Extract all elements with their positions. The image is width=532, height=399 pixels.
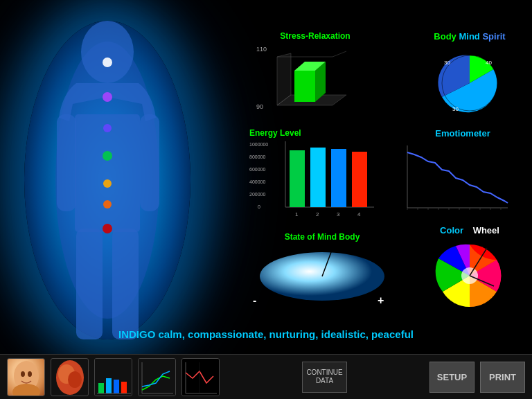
svg-text:3: 3: [337, 211, 340, 218]
colorwheel-left-label: Color: [440, 225, 463, 236]
aura-body: [7, 7, 208, 353]
setup-label: SETUP: [437, 372, 467, 382]
svg-rect-5: [76, 229, 103, 339]
svg-text:800000: 800000: [249, 154, 265, 159]
svg-point-13: [103, 224, 112, 233]
print-button[interactable]: PRINT: [480, 362, 525, 393]
svg-point-68: [68, 371, 82, 388]
svg-point-10: [103, 151, 112, 161]
state-of-mind-section: State of Mind Body - +: [246, 232, 398, 315]
svg-point-64: [28, 371, 32, 377]
svg-text:110: 110: [256, 46, 267, 53]
svg-text:90: 90: [256, 103, 263, 110]
svg-marker-20: [294, 71, 315, 102]
thumb-chart1[interactable]: [94, 358, 132, 396]
svg-point-63: [21, 371, 25, 377]
energy-level-section: Energy Level 1000000 800000 600000 40000…: [249, 128, 388, 229]
svg-line-19: [332, 51, 346, 57]
svg-text:-: -: [253, 294, 256, 306]
svg-rect-69: [98, 383, 104, 393]
chart2-svg: [139, 359, 176, 396]
svg-rect-38: [352, 152, 367, 207]
svg-text:1000000: 1000000: [249, 142, 268, 147]
svg-text:600000: 600000: [249, 167, 265, 172]
svg-text:0: 0: [258, 204, 260, 209]
svg-rect-4: [140, 114, 159, 211]
continue-data-button[interactable]: CONTINUEDATA: [302, 362, 347, 393]
svg-text:30: 30: [452, 106, 459, 112]
bms-title: Body Mind Spirit: [421, 31, 518, 42]
svg-point-12: [103, 200, 112, 209]
svg-text:4: 4: [357, 211, 361, 218]
svg-point-1: [81, 21, 134, 83]
svg-rect-6: [112, 229, 139, 339]
bms-body-label: Body: [434, 31, 459, 42]
stress-relaxation-section: Stress-Relaxation 110 90: [246, 31, 384, 121]
color-wheel-chart: [428, 238, 511, 314]
emotiometer-section: Emotiometer: [404, 128, 522, 229]
svg-text:2: 2: [316, 211, 319, 218]
svg-rect-3: [57, 114, 76, 211]
thumb-organ[interactable]: [51, 358, 89, 396]
thumb-chart2[interactable]: [138, 358, 176, 396]
graph-svg: [182, 359, 220, 396]
svg-rect-71: [114, 380, 119, 393]
bms-mind-label: Mind: [459, 31, 482, 42]
thumb-graph[interactable]: [181, 358, 220, 396]
svg-text:30: 30: [444, 60, 450, 66]
svg-point-9: [103, 124, 112, 132]
chart1-svg: [95, 359, 132, 396]
setup-button[interactable]: SETUP: [429, 362, 475, 393]
svg-rect-35: [290, 150, 305, 207]
organ-svg: [51, 359, 89, 396]
energy-title: Energy Level: [249, 128, 388, 138]
chakra-display: [7, 7, 208, 353]
svg-point-7: [103, 57, 112, 67]
svg-point-11: [103, 179, 112, 188]
face-svg: [8, 359, 45, 396]
state-chart: - +: [249, 245, 395, 308]
svg-rect-70: [106, 378, 112, 393]
toolbar: CONTINUEDATA SETUP PRINT: [0, 354, 532, 399]
stress-title: Stress-Relaxation: [246, 31, 384, 41]
svg-text:400000: 400000: [249, 179, 265, 184]
svg-point-8: [103, 92, 112, 102]
emoto-chart: [404, 142, 511, 225]
continue-label: CONTINUEDATA: [306, 369, 342, 385]
colorwheel-section: Color Wheel: [418, 225, 522, 315]
svg-rect-72: [121, 382, 127, 393]
svg-text:40: 40: [486, 60, 492, 66]
bms-spirit-label: Spirit: [482, 31, 505, 42]
colorwheel-title: Color Wheel: [418, 225, 522, 236]
print-label: PRINT: [489, 372, 516, 382]
svg-rect-36: [310, 148, 326, 207]
emoto-title: Emotiometer: [404, 128, 522, 139]
state-title: State of Mind Body: [246, 232, 398, 242]
thumb-face-img: [8, 359, 44, 396]
svg-text:1: 1: [295, 211, 299, 218]
thumb-face[interactable]: [7, 358, 45, 396]
status-text: INDIGO calm, compassionate, nurturing, i…: [0, 328, 532, 340]
svg-text:+: +: [378, 294, 384, 306]
svg-rect-37: [331, 149, 346, 207]
energy-chart: 1000000 800000 600000 400000 200000 0 1 …: [249, 138, 378, 228]
bms-pie-chart: 40 30 30: [425, 45, 515, 114]
svg-text:200000: 200000: [249, 192, 265, 197]
bms-section: Body Mind Spirit 40 30 30: [421, 31, 518, 114]
stress-chart: 110 90: [256, 43, 374, 119]
colorwheel-right-label: Wheel: [473, 225, 499, 236]
